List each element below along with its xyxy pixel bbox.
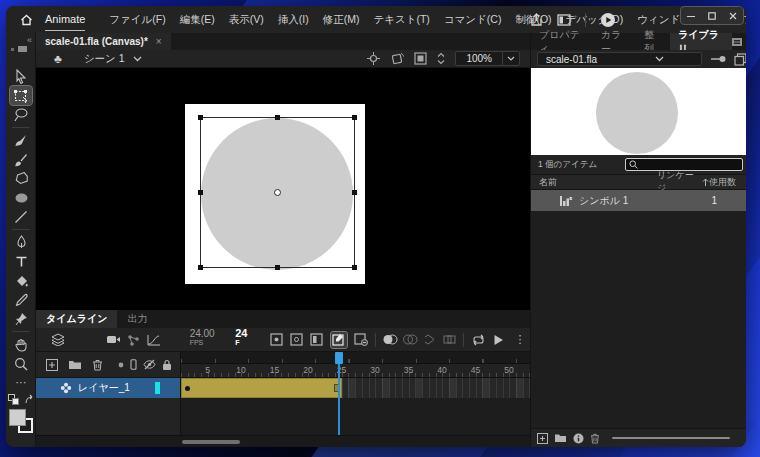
test-movie-icon[interactable]	[600, 12, 616, 28]
timeline-scrollbar-thumb[interactable]	[182, 440, 240, 444]
tab-align[interactable]: 整列	[636, 33, 670, 50]
outline-layer-icon[interactable]	[130, 359, 137, 371]
column-name[interactable]: 名前	[539, 176, 657, 189]
hide-layer-icon[interactable]	[143, 359, 156, 371]
frame-rate-display[interactable]: 24.00 FPS	[190, 328, 228, 351]
onion-skin-outline-icon[interactable]	[400, 334, 420, 345]
tween-span[interactable]	[181, 378, 342, 398]
workspace-icon[interactable]	[557, 14, 571, 26]
tab-timeline[interactable]: タイムライン	[36, 310, 117, 328]
transform-handle-nw[interactable]	[198, 115, 203, 120]
insert-frame-icon[interactable]	[307, 333, 327, 346]
tab-library[interactable]: ライブラリ	[670, 33, 732, 50]
library-document-select[interactable]: scale-01.fla	[537, 52, 702, 66]
default-colors-icon[interactable]	[8, 394, 19, 405]
lock-layer-icon[interactable]	[162, 359, 172, 371]
library-item-name[interactable]: シンボル 1	[579, 194, 628, 208]
new-folder-icon[interactable]	[554, 433, 567, 443]
transform-handle-e[interactable]	[352, 190, 357, 195]
new-symbol-icon[interactable]	[537, 433, 548, 444]
frames-area[interactable]: 2s 5 10 15 20 25 30 35 40 45 50	[180, 352, 530, 435]
panel-menu-icon[interactable]	[732, 38, 742, 46]
free-transform-tool[interactable]	[10, 86, 32, 105]
tab-output[interactable]: 出力	[117, 310, 157, 328]
library-search-input[interactable]	[641, 160, 737, 170]
home-icon[interactable]	[20, 14, 33, 26]
oval-tool[interactable]	[10, 188, 32, 207]
rotate-canvas-icon[interactable]	[390, 52, 404, 65]
document-tab[interactable]: scale-01.fla (Canvas)* ×	[36, 33, 171, 50]
minimize-button[interactable]	[681, 7, 702, 24]
app-name[interactable]: Animate	[45, 13, 85, 27]
tab-color[interactable]: カラー	[593, 33, 636, 50]
menu-file[interactable]: ファイル(F)	[103, 10, 171, 30]
clip-content-icon[interactable]	[414, 52, 427, 65]
zoom-level-value[interactable]: 100%	[456, 53, 502, 64]
highlight-layer-icon[interactable]	[118, 359, 124, 371]
parent-view-icon[interactable]	[124, 334, 144, 346]
scene-chevron-down-icon[interactable]	[133, 56, 142, 62]
transform-handle-s[interactable]	[275, 265, 280, 270]
zoom-tool[interactable]	[10, 354, 32, 373]
collapse-panel-icon[interactable]: «	[27, 35, 32, 45]
stage-artboard[interactable]	[185, 104, 365, 284]
menu-edit[interactable]: 編集(E)	[174, 10, 221, 30]
zoom-stepper[interactable]	[437, 52, 445, 65]
onion-skin-icon[interactable]	[380, 334, 400, 345]
delete-layer-icon[interactable]	[92, 359, 103, 371]
zoom-level-control[interactable]: 100%	[455, 51, 520, 66]
delete-item-icon[interactable]	[590, 433, 600, 444]
eyedropper-tool[interactable]	[10, 290, 32, 309]
zoom-chevron-down-icon[interactable]	[502, 52, 519, 65]
current-frame-display[interactable]: 24 F	[235, 327, 253, 352]
free-transform-bounding-box[interactable]	[200, 117, 355, 268]
layer-row[interactable]: レイヤー_1	[36, 378, 180, 398]
close-tab-icon[interactable]: ×	[156, 36, 162, 47]
menu-commands[interactable]: コマンド(C)	[438, 10, 508, 30]
hand-tool[interactable]	[10, 335, 32, 354]
line-tool[interactable]	[10, 207, 32, 226]
empty-timeline-rows[interactable]	[181, 398, 531, 435]
insert-blank-keyframe-icon[interactable]	[287, 333, 307, 346]
transform-handle-sw[interactable]	[198, 265, 203, 270]
edit-multiple-frames-icon[interactable]	[420, 334, 440, 345]
menu-text[interactable]: テキスト(T)	[367, 10, 435, 30]
transform-handle-n[interactable]	[275, 115, 280, 120]
swap-colors-icon[interactable]	[24, 394, 35, 405]
library-horizontal-scrollbar[interactable]	[612, 437, 730, 439]
layer-outline-color-swatch[interactable]	[155, 382, 160, 394]
new-folder-icon[interactable]	[68, 359, 82, 370]
center-stage-icon[interactable]	[367, 52, 380, 65]
play-icon[interactable]	[488, 334, 508, 346]
classic-brush-tool[interactable]	[10, 150, 32, 169]
timeline-scrollbar[interactable]	[36, 435, 530, 447]
camera-icon[interactable]	[104, 334, 124, 345]
library-item-row[interactable]: シンボル 1 1	[531, 190, 746, 211]
graph-editor-icon[interactable]	[144, 334, 164, 346]
column-use-count[interactable]: 使用数	[709, 176, 746, 189]
menu-view[interactable]: 表示(V)	[223, 10, 270, 30]
fill-stroke-color-chips[interactable]	[9, 409, 33, 433]
menu-modify[interactable]: 修正(M)	[317, 10, 366, 30]
tab-properties[interactable]: プロパティ	[531, 33, 593, 50]
insert-keyframe-icon[interactable]	[267, 333, 287, 346]
frame-ruler[interactable]: 5 10 15 20 25 30 35 40 45 50	[181, 364, 531, 378]
loop-icon[interactable]	[468, 334, 488, 346]
pin-library-icon[interactable]	[710, 55, 726, 63]
more-tools-icon[interactable]: ⋯	[10, 373, 32, 392]
close-button[interactable]	[722, 7, 743, 24]
layer-frames-row[interactable]	[181, 378, 531, 398]
fluid-brush-tool[interactable]	[10, 131, 32, 150]
library-item-list[interactable]: シンボル 1 1	[531, 190, 746, 428]
selection-tool[interactable]	[10, 67, 32, 86]
auto-keyframe-icon[interactable]	[331, 332, 347, 348]
document-chevron-down-icon[interactable]	[625, 56, 696, 62]
layers-view-icon[interactable]	[48, 333, 68, 346]
delete-frame-icon[interactable]	[351, 333, 371, 346]
asset-warp-tool[interactable]	[10, 309, 32, 328]
new-layer-icon[interactable]	[46, 359, 58, 371]
stage-pasteboard[interactable]	[36, 68, 530, 310]
layer-name[interactable]: レイヤー_1	[78, 381, 130, 395]
text-tool[interactable]	[10, 252, 32, 271]
transform-center-point[interactable]	[274, 189, 281, 196]
